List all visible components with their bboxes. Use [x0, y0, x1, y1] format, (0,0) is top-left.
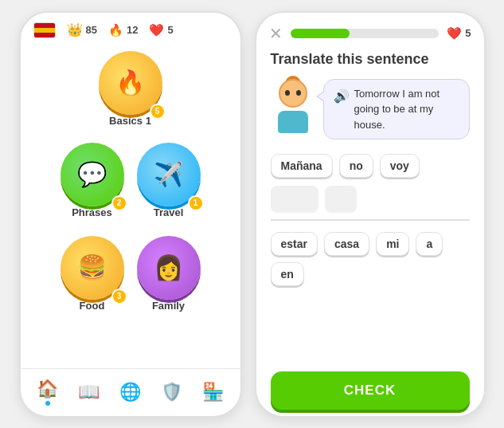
heart-icon-right: ❤️	[447, 26, 462, 41]
bottom-nav: 🏠 📖 🌐 🛡️ 🏪	[21, 368, 240, 416]
word-chip-manana[interactable]: Mañana	[271, 154, 333, 178]
nav-book[interactable]: 📖	[78, 382, 100, 402]
hearts-value: 5	[167, 24, 173, 36]
family-label: Family	[152, 300, 185, 312]
shop-icon: 🏪	[202, 382, 224, 402]
food-label: Food	[80, 300, 105, 312]
word-bank: estar casa mi a en	[271, 232, 470, 286]
travel-label: Travel	[154, 206, 184, 218]
shield-icon: 🛡️	[161, 382, 182, 402]
lesson-travel[interactable]: ✈️ 1 Travel	[137, 143, 201, 230]
basics1-icon: 🔥	[115, 71, 145, 95]
crown-icon: 👑	[67, 22, 83, 37]
globe-icon: 🌐	[119, 382, 141, 402]
translate-area: 🔊 Tomorrow I am not going to be at my ho…	[271, 79, 470, 140]
xp-value: 85	[86, 24, 97, 36]
home-icon: 🏠	[37, 379, 58, 399]
section-title: Translate this sentence	[271, 51, 470, 68]
right-hearts-value: 5	[465, 27, 471, 39]
word-bank-estar[interactable]: estar	[271, 232, 318, 256]
book-icon: 📖	[78, 382, 100, 402]
speech-text: Tomorrow I am not going to be at my hous…	[354, 86, 459, 133]
right-phone: ✕ ❤️ 5 Translate this sentence	[255, 11, 486, 418]
word-bank-en[interactable]: en	[271, 262, 304, 286]
progress-bar	[291, 29, 440, 38]
top-bar: ✕ ❤️ 5	[256, 13, 484, 48]
char-head	[279, 79, 307, 108]
word-chip-voy[interactable]: voy	[380, 154, 420, 178]
close-button[interactable]: ✕	[269, 26, 283, 41]
lesson-row-3: 🍔 3 Food 👩 Family	[61, 236, 201, 323]
heart-icon: ❤️	[149, 23, 164, 37]
status-bar: 👑 85 🔥 12 ❤️ 5	[21, 13, 240, 45]
streak-stat: 🔥 12	[108, 23, 138, 37]
right-content: Translate this sentence 🔊	[256, 48, 484, 416]
character-figure	[271, 79, 315, 135]
food-icon: 🍔	[77, 256, 107, 280]
flag-spain	[33, 22, 56, 38]
word-bank-casa[interactable]: casa	[324, 232, 369, 256]
basics1-badge: 5	[150, 104, 166, 120]
nav-home[interactable]: 🏠	[37, 379, 58, 406]
left-phone: 👑 85 🔥 12 ❤️ 5 🔥	[19, 11, 242, 418]
lesson-family[interactable]: 👩 Family	[137, 236, 201, 323]
word-chip-no[interactable]: no	[339, 154, 373, 178]
travel-badge: 1	[188, 195, 204, 211]
phrases-icon: 💬	[77, 163, 107, 187]
answer-area	[271, 186, 470, 221]
lesson-row-2: 💬 2 Phrases ✈️ 1	[61, 143, 201, 230]
streak-value: 12	[127, 24, 138, 36]
char-eyes	[285, 90, 301, 96]
basics1-label: Basics 1	[109, 115, 151, 127]
char-body	[278, 111, 308, 133]
word-chips-row: Mañana no voy	[271, 154, 470, 178]
hearts-stat: ❤️ 5	[149, 23, 173, 37]
word-bank-mi[interactable]: mi	[376, 232, 409, 256]
answer-slot-1	[271, 186, 318, 213]
check-button[interactable]: CHECK	[271, 371, 470, 410]
family-icon: 👩	[154, 256, 183, 280]
fire-icon: 🔥	[108, 23, 123, 37]
char-eye-left	[285, 90, 290, 96]
speech-bubble: 🔊 Tomorrow I am not going to be at my ho…	[323, 79, 470, 140]
nav-shop[interactable]: 🏪	[202, 382, 224, 402]
lesson-basics1[interactable]: 🔥 5 Basics 1	[99, 51, 162, 138]
word-bank-a[interactable]: a	[416, 232, 443, 256]
char-eye-right	[296, 90, 301, 96]
phrases-label: Phrases	[72, 206, 112, 218]
nav-shield[interactable]: 🛡️	[161, 382, 182, 402]
speaker-icon[interactable]: 🔊	[334, 87, 350, 106]
answer-slot-2	[325, 186, 357, 213]
phrases-badge: 2	[111, 195, 127, 211]
lesson-food[interactable]: 🍔 3 Food	[61, 236, 124, 323]
nav-active-dot	[45, 401, 50, 406]
right-hearts: ❤️ 5	[447, 26, 471, 41]
travel-icon: ✈️	[154, 163, 183, 187]
lesson-phrases[interactable]: 💬 2 Phrases	[61, 143, 124, 230]
progress-fill	[291, 29, 350, 38]
lessons-area: 🔥 5 Basics 1 💬 2	[21, 45, 240, 368]
xp-stat: 👑 85	[67, 22, 97, 37]
food-badge: 3	[111, 289, 127, 304]
nav-globe[interactable]: 🌐	[119, 382, 141, 402]
